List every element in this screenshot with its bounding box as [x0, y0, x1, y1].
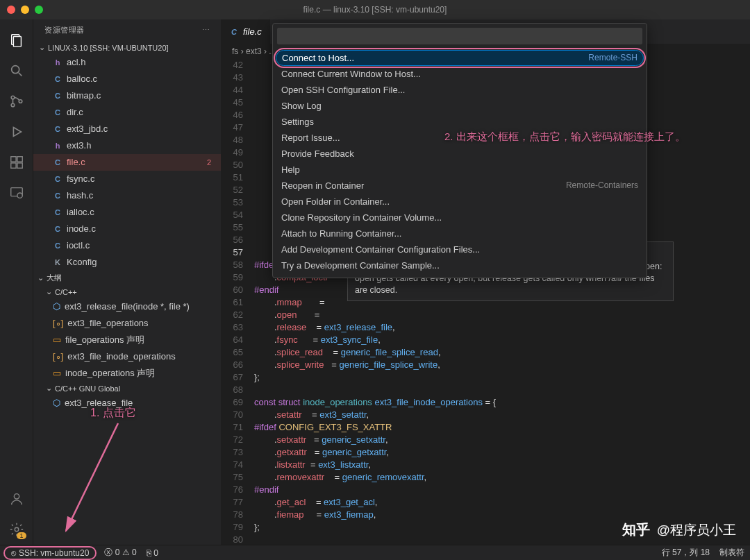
file-item[interactable]: Cballoc.c [33, 71, 221, 87]
file-name: fsync.c [67, 172, 94, 186]
palette-item[interactable]: Show Log [273, 98, 647, 114]
file-type-icon: C [53, 108, 62, 117]
file-item[interactable]: Cfsync.c [33, 171, 221, 187]
maximize-window-button[interactable] [35, 6, 43, 14]
svg-rect-9 [17, 157, 22, 162]
window-title: file.c — linux-3.10 [SSH: vm-ubuntu20] [303, 5, 447, 15]
source-control-icon[interactable] [8, 93, 25, 110]
file-item[interactable]: Cdir.c [33, 104, 221, 121]
palette-item[interactable]: Connect Current Window to Host... [273, 66, 647, 82]
close-window-button[interactable] [7, 6, 15, 14]
problems-indicator[interactable]: ⓧ 0 ⚠ 0 [104, 547, 136, 559]
file-name: ext3.h [67, 139, 91, 153]
file-item[interactable]: Cfile.c2 [33, 154, 221, 171]
outline-item[interactable]: ▭file_operations 声明 [33, 332, 221, 348]
file-item[interactable]: Cinode.c [33, 221, 221, 237]
file-type-icon: C [53, 74, 62, 84]
outline-header[interactable]: ⌄ 大纲 [33, 271, 221, 285]
chevron-down-icon: ⌄ [39, 43, 45, 52]
palette-item[interactable]: Reopen in ContainerRemote-Containers [273, 178, 647, 194]
settings-gear-icon[interactable]: 1 [8, 521, 25, 538]
palette-section-label: Remote-Containers [566, 180, 638, 191]
file-item[interactable]: Cext3_jbd.c [33, 121, 221, 137]
remote-label: SSH: vm-ubuntu20 [19, 548, 89, 558]
file-type-icon: C [53, 241, 62, 251]
file-item[interactable]: hacl.h [33, 54, 221, 71]
file-name: ialloc.c [67, 205, 94, 219]
file-name: balloc.c [67, 72, 97, 86]
palette-section-label: Remote-SSH [588, 53, 638, 63]
indentation[interactable]: 制表符 [719, 547, 744, 559]
tab-file-c[interactable]: C file.c [221, 19, 271, 44]
file-name: inode.c [67, 222, 96, 236]
file-item[interactable]: Cioctl.c [33, 237, 221, 254]
activity-bar: 1 [0, 19, 33, 545]
palette-item[interactable]: Clone Repository in Container Volume... [273, 210, 647, 226]
palette-item[interactable]: Try a Development Container Sample... [273, 257, 647, 273]
svg-rect-10 [10, 163, 15, 168]
palette-item[interactable]: Settings [273, 114, 647, 130]
search-icon[interactable] [8, 62, 25, 79]
file-name: dir.c [67, 105, 83, 119]
extensions-icon[interactable] [8, 154, 25, 171]
palette-item[interactable]: Open Folder in Container... [273, 194, 647, 210]
svg-rect-8 [10, 157, 15, 162]
svg-rect-11 [17, 163, 22, 168]
outline-group[interactable]: ⌄C/C++ GNU Global [33, 382, 221, 395]
svg-point-2 [11, 66, 19, 74]
file-type-icon: h [53, 58, 62, 67]
zhihu-logo: 知乎 [622, 520, 650, 539]
outline-item[interactable]: ⬡ext3_release_file(inode *, file *) [33, 298, 221, 315]
file-name: acl.h [67, 56, 85, 69]
palette-input[interactable] [277, 28, 642, 44]
palette-item[interactable]: Provide Feedback [273, 146, 647, 162]
file-item[interactable]: hext3.h [33, 137, 221, 154]
status-bar: ⎋ SSH: vm-ubuntu20 ⓧ 0 ⚠ 0 ⎘ 0 行 57，列 18… [0, 545, 750, 560]
account-icon[interactable] [8, 491, 25, 507]
palette-item[interactable]: Add Development Container Configuration … [273, 241, 647, 257]
ports-indicator[interactable]: ⎘ 0 [147, 548, 158, 558]
svg-point-5 [11, 103, 15, 107]
palette-item[interactable]: Help [273, 162, 647, 178]
palette-item[interactable]: Connect to Host...Remote-SSH [276, 50, 644, 66]
remote-icon: ⎋ [11, 548, 16, 558]
remote-explorer-icon[interactable] [8, 185, 25, 201]
titlebar: file.c — linux-3.10 [SSH: vm-ubuntu20] [0, 0, 750, 19]
file-item[interactable]: KKconfig [33, 254, 221, 271]
chevron-down-icon: ⌄ [38, 273, 44, 282]
watermark-author: @程序员小王 [657, 521, 736, 539]
run-debug-icon[interactable] [8, 124, 25, 140]
file-name: Kconfig [67, 255, 97, 269]
file-item[interactable]: Chash.c [33, 187, 221, 204]
file-name: bitmap.c [67, 89, 101, 103]
file-name: ext3_jbd.c [67, 122, 108, 136]
file-type-icon: C [53, 174, 62, 184]
palette-item[interactable]: Attach to Running Container... [273, 226, 647, 241]
palette-item[interactable]: Open SSH Configuration File... [273, 82, 647, 98]
svg-point-4 [11, 96, 15, 99]
file-type-icon: C [53, 91, 62, 101]
symbol-array-icon: [∘] [53, 316, 63, 330]
svg-point-6 [19, 100, 22, 103]
cursor-position[interactable]: 行 57，列 18 [662, 547, 710, 559]
outline-item[interactable]: ▭inode_operations 声明 [33, 365, 221, 382]
outline-item[interactable]: [∘]ext3_file_operations [33, 315, 221, 332]
file-item[interactable]: Cialloc.c [33, 204, 221, 221]
outline-group[interactable]: ⌄C/C++ [33, 285, 221, 298]
workspace-root[interactable]: ⌄ LINUX-3.10 [SSH: VM-UBUNTU20] [33, 41, 221, 54]
svg-point-13 [17, 193, 22, 198]
symbol-struct-icon: ▭ [53, 366, 61, 380]
settings-badge: 1 [17, 532, 26, 539]
file-type-icon: C [53, 191, 62, 201]
minimize-window-button[interactable] [21, 6, 29, 14]
symbol-function-icon: ⬡ [53, 396, 60, 410]
symbol-struct-icon: ▭ [53, 333, 61, 347]
explorer-icon[interactable] [8, 32, 25, 49]
remote-indicator[interactable]: ⎋ SSH: vm-ubuntu20 [6, 548, 94, 558]
file-type-icon: h [53, 141, 62, 151]
file-tree: ⌄ LINUX-3.10 [SSH: VM-UBUNTU20] hacl.hCb… [33, 41, 221, 545]
file-item[interactable]: Cbitmap.c [33, 87, 221, 104]
outline-item[interactable]: [∘]ext3_file_inode_operations [33, 348, 221, 365]
file-name: hash.c [67, 189, 93, 203]
sidebar-more-icon[interactable]: ⋯ [202, 26, 210, 35]
